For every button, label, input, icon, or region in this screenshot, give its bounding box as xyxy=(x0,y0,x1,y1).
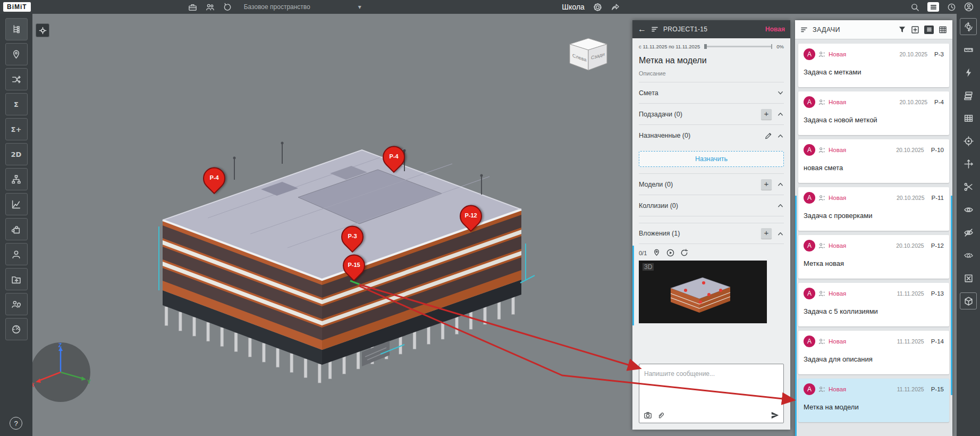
chevron-up-icon[interactable] xyxy=(777,132,784,139)
chevron-up-icon[interactable] xyxy=(777,230,784,237)
task-card[interactable]: A Новая 11.11.2025 Р-13 Задача с 5 колли… xyxy=(798,283,949,326)
settings-gear-button[interactable] xyxy=(593,3,602,12)
pencil-icon[interactable] xyxy=(764,132,772,139)
grid-table-button[interactable] xyxy=(960,110,977,127)
panel-resize-handle[interactable] xyxy=(632,246,634,325)
history-button[interactable] xyxy=(223,3,232,12)
map-pin[interactable]: Р-4 xyxy=(383,146,405,169)
map-pin[interactable]: Р-4 xyxy=(203,167,225,190)
assignee-icon xyxy=(818,51,825,58)
progress-track[interactable] xyxy=(704,46,772,47)
user-avatar-button[interactable] xyxy=(964,2,974,12)
map-pin[interactable]: Р-15 xyxy=(343,255,365,277)
share-button[interactable] xyxy=(611,3,620,12)
refresh-icon[interactable] xyxy=(680,249,688,257)
attachment-thumbnail[interactable]: 3D xyxy=(639,261,767,323)
panel-list-toggle[interactable] xyxy=(927,2,939,12)
task-id: Р-14 xyxy=(931,338,944,345)
clock-icon[interactable] xyxy=(947,3,956,12)
play-icon[interactable] xyxy=(666,249,674,257)
subtasks-label: Подзадачи (0) xyxy=(639,111,682,118)
project-panel-header: ← PROJECT1-15 Новая xyxy=(632,20,790,38)
chevron-up-icon[interactable] xyxy=(777,202,784,209)
clash-paths-button[interactable] xyxy=(5,68,28,90)
toolbox-button[interactable] xyxy=(188,3,197,12)
description-label[interactable]: Описание xyxy=(639,70,784,82)
task-title: Метка новая xyxy=(804,259,944,267)
paperclip-icon[interactable] xyxy=(657,412,665,420)
map-pin[interactable]: Р-3 xyxy=(341,226,364,248)
section-subtasks[interactable]: Подзадачи (0) + xyxy=(639,104,784,125)
section-models[interactable]: Модели (0) + xyxy=(639,174,784,195)
app-logo[interactable]: BiMiT xyxy=(3,2,31,12)
add-task-icon[interactable] xyxy=(911,26,919,34)
geo-members-button[interactable] xyxy=(5,293,28,315)
chevron-up-icon[interactable] xyxy=(777,181,784,188)
axis-gizmo[interactable]: Z X Y xyxy=(32,341,94,405)
assign-button[interactable]: Назначить xyxy=(639,151,784,167)
section-cut-button[interactable] xyxy=(960,178,977,195)
section-assigned[interactable]: Назначенные (0) xyxy=(639,125,784,146)
camera-icon[interactable] xyxy=(644,411,652,420)
charts-button[interactable] xyxy=(5,193,28,215)
section-collisions[interactable]: Коллизии (0) xyxy=(639,195,784,216)
axes-cube-button[interactable] xyxy=(960,292,977,309)
chevron-up-icon[interactable] xyxy=(777,111,784,118)
locate-target-button[interactable] xyxy=(960,132,977,149)
model-tree-button[interactable] xyxy=(5,18,28,40)
task-title: Задача с 5 коллизиями xyxy=(804,307,944,315)
tasks-scrollbar[interactable] xyxy=(951,196,952,395)
layers-button[interactable] xyxy=(960,87,977,104)
task-card[interactable]: A Новая 20.10.2025 Р-10 новая смета xyxy=(798,139,949,183)
sort-list-icon[interactable] xyxy=(651,26,658,33)
help-button[interactable]: ? xyxy=(10,417,22,430)
view-table-button[interactable] xyxy=(939,26,947,34)
task-id: Р-12 xyxy=(931,242,944,249)
isolate-button[interactable] xyxy=(960,247,977,264)
workspace-dropdown[interactable]: Базовое пространство ▾ xyxy=(244,3,361,11)
pin-attachment-icon[interactable] xyxy=(653,249,661,257)
map-pin[interactable]: Р-12 xyxy=(460,205,482,228)
task-status: Новая xyxy=(829,195,846,201)
visibility-button[interactable] xyxy=(960,201,977,218)
filter-icon[interactable] xyxy=(898,26,906,33)
task-card[interactable]: A Новая 20.10.2025 Р-4 Задача с новой ме… xyxy=(798,91,949,135)
clear-selection-button[interactable] xyxy=(960,270,977,287)
back-button[interactable]: ← xyxy=(638,24,646,34)
add-model-button[interactable]: + xyxy=(761,179,772,190)
structure-button[interactable] xyxy=(5,168,28,190)
team-button[interactable] xyxy=(206,3,215,12)
quick-actions-button[interactable] xyxy=(960,64,977,81)
assignee-icon xyxy=(818,147,825,154)
projects-folder-button[interactable] xyxy=(5,268,28,290)
add-attachment-button[interactable]: + xyxy=(761,228,772,239)
section-estimate[interactable]: Смета xyxy=(639,82,784,104)
sum-button[interactable]: Σ xyxy=(5,93,28,115)
tasks-scroll-indicator-left[interactable] xyxy=(795,196,797,436)
section-attachments[interactable]: Вложения (1) + xyxy=(639,223,784,244)
task-card[interactable]: A Новая 20.10.2025 Р-3 Задача с метками xyxy=(798,44,949,87)
gauge-button[interactable] xyxy=(5,318,28,340)
task-card[interactable]: A Новая 20.10.2025 Р-12 Метка новая xyxy=(798,235,949,279)
sum-add-button[interactable]: Σ+ xyxy=(5,118,28,140)
axes-button[interactable] xyxy=(960,155,977,172)
chevron-down-icon[interactable] xyxy=(777,89,784,96)
message-input[interactable]: Напишите сообщение... xyxy=(639,364,784,423)
navigation-cube[interactable]: Слева Сзади xyxy=(564,36,613,74)
plugins-button[interactable] xyxy=(5,218,28,240)
task-card[interactable]: A Новая 20.10.2025 Р-11 Задача с проверк… xyxy=(798,187,949,231)
send-icon[interactable] xyxy=(771,411,779,420)
members-button[interactable] xyxy=(5,243,28,265)
focus-model-button[interactable] xyxy=(36,23,49,37)
measure-button[interactable] xyxy=(960,41,977,58)
orbit-button[interactable] xyxy=(960,18,977,35)
view-2d-button[interactable]: 2D xyxy=(5,143,28,165)
status-badge[interactable]: Новая xyxy=(765,26,785,33)
search-icon[interactable] xyxy=(910,3,919,12)
pin-select-button[interactable] xyxy=(5,43,28,65)
hide-button[interactable] xyxy=(960,224,977,241)
task-card[interactable]: A Новая 11.11.2025 Р-14 Задача для описа… xyxy=(798,331,949,374)
task-card[interactable]: A Новая 11.11.2025 Р-15 Метка на модели xyxy=(798,379,949,422)
view-cards-button[interactable] xyxy=(924,26,934,34)
add-subtask-button[interactable]: + xyxy=(761,109,772,120)
